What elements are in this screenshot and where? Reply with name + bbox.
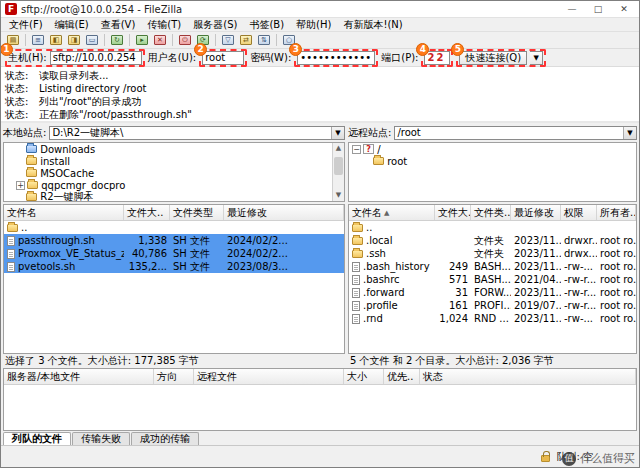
tab-failed-transfers[interactable]: 传输失败 [72,432,130,445]
column-header-type[interactable]: 文件类型 [170,205,224,220]
file-row-selected[interactable]: Proxmox_VE_Status_zh.sh 40,786 SH 文件 202… [4,247,344,260]
local-site-combo[interactable]: D:\R2一键脚本\ ▼ [49,126,345,140]
chevron-down-icon[interactable]: ▼ [331,127,344,139]
file-row-parent[interactable]: .. [4,221,344,234]
annotation-badge-2: 2 [194,43,207,56]
process-queue-icon[interactable]: ▸ [133,33,151,48]
cancel-icon[interactable]: ✕ [151,33,169,48]
menu-bookmarks[interactable]: 书签(B) [243,18,290,32]
menu-edit[interactable]: 编辑(E) [49,18,95,32]
remote-site-label: 远程站点: [348,126,391,140]
tree-item-msocache[interactable]: MSOCache [4,167,344,179]
disconnect-icon[interactable]: ⏻ [176,33,194,48]
column-header-size[interactable]: 文件大.. [124,205,170,220]
column-header-permissions[interactable]: 权限 [561,205,597,220]
file-row[interactable]: .forward 31 FORW... 2023/11... -rw-r... … [349,286,636,299]
tab-queued-files[interactable]: 列队的文件 [3,432,71,445]
file-row[interactable]: .bashrc 571 BASH... 2021/04... -rw-r... … [349,273,636,286]
directory-comparison-icon[interactable]: ⇄ [237,33,255,48]
local-list-header: 文件名 文件大.. 文件类型 最近修改 [4,205,344,221]
file-row[interactable]: .ssh 文件夹 2023/11... drwx... root ro... [349,247,636,260]
file-row[interactable]: .bash_history 249 BASH... 2023/11... -rw… [349,260,636,273]
toggle-transfer-queue-icon[interactable]: ▭ [83,33,101,48]
file-icon [7,262,15,272]
menu-file[interactable]: 文件(F) [3,18,49,32]
username-label: 用户名(U): [148,51,197,65]
scroll-up-icon[interactable]: ▲ [333,143,344,154]
remote-site-combo[interactable]: /root ▼ [394,126,637,140]
close-button[interactable]: ✕ [611,2,637,17]
maximize-button[interactable]: □ [585,2,611,17]
column-header-owner[interactable]: 所有者... [597,205,636,220]
file-name: .. [366,222,372,233]
file-type [471,221,511,234]
lock-icon[interactable] [541,455,550,462]
quickconnect-dropdown-icon[interactable]: ▼ [530,51,543,65]
queue-body [4,385,636,430]
file-modified: 2023/11... [511,234,561,247]
scrollbar-thumb[interactable] [334,157,343,175]
menu-view[interactable]: 查看(V) [95,18,142,32]
toolbar-separator [129,34,130,46]
port-input[interactable]: 22 [424,51,450,65]
queue-column-priority[interactable]: 优先.. [384,369,420,384]
menu-transfer[interactable]: 传输(T) [141,18,187,32]
remote-list-header: 文件名▲ 文件大... 文件类... 最近修改 权限 所有者... [349,205,636,221]
file-row[interactable]: .rnd 1,024 RND ... 2023/11... -rw-... ro… [349,312,636,325]
queue-column-status[interactable]: 状态 [420,369,636,384]
toggle-remote-tree-icon[interactable]: ◨ [65,33,83,48]
tree-item-root[interactable]: root [349,155,636,167]
username-input[interactable]: root [202,51,244,65]
queue-column-remote-file[interactable]: 远程文件 [194,369,344,384]
log-line: 状态: 正在删除"/root/passthrough.sh" [5,108,635,121]
column-header-modified[interactable]: 最近修改 [224,205,344,220]
file-row-parent[interactable]: .. [349,221,636,234]
column-label: 文件名 [352,206,382,220]
refresh-icon[interactable]: ↻ [108,33,126,48]
host-input[interactable]: sftp://10.0.0.254 [50,51,142,65]
filter-icon[interactable]: ▽ [219,33,237,48]
file-row-selected[interactable]: pvetools.sh 135,2... SH 文件 2023/08/3... [4,260,344,273]
menu-help[interactable]: 帮助(H) [290,18,337,32]
password-input[interactable]: •••••••••••• [297,51,375,65]
log-message: 列出"/root"的目录成功 [39,95,142,108]
queue-column-size[interactable]: 大小 [344,369,384,384]
file-type: BASH... [471,260,511,273]
tree-item-r2-script[interactable]: R2一键脚本 [4,191,344,202]
synchronized-browsing-icon[interactable]: ⇅ [255,33,273,48]
tab-successful-transfers[interactable]: 成功的传输 [131,432,199,445]
toggle-local-tree-icon[interactable]: ◧ [47,33,65,48]
toggle-message-log-icon[interactable]: ≡ [29,33,47,48]
local-pane: 本地站点: D:\R2一键脚本\ ▼ Downloads install MSO… [3,125,345,368]
column-header-name[interactable]: 文件名▲ [349,205,435,220]
tree-item-root-slash[interactable]: − ? / [349,143,636,155]
minimize-button[interactable]: — [559,2,585,17]
column-header-size[interactable]: 文件大... [435,205,471,220]
local-tree-scrollbar[interactable]: ▲ ▼ [332,143,344,201]
folder-icon [26,157,37,165]
file-icon [7,236,15,246]
column-header-type[interactable]: 文件类... [471,205,511,220]
scroll-down-icon[interactable]: ▼ [333,190,344,201]
file-size [435,247,471,260]
file-permissions: -rw-r... [561,273,597,286]
file-row[interactable]: .local 文件夹 2023/11... drwxr... root ro..… [349,234,636,247]
quickconnect-button[interactable]: 快速连接(Q) [459,51,527,65]
menu-new-version[interactable]: 有新版本!(N) [337,18,408,32]
expander-minus-icon[interactable]: − [352,145,361,154]
expander-plus-icon[interactable]: + [16,181,25,190]
tree-item-install[interactable]: install [4,155,344,167]
file-row[interactable]: .profile 161 PROFI... 2019/07... -rw-r..… [349,299,636,312]
chevron-down-icon[interactable]: ▼ [623,127,636,139]
tree-item-label: / [377,144,380,155]
column-header-name[interactable]: 文件名 [4,205,124,220]
menu-server[interactable]: 服务器(S) [187,18,243,32]
queue-column-direction[interactable]: 方向 [154,369,194,384]
status-bar: 队列: 空 [1,445,639,467]
file-row-selected[interactable]: passthrough.sh 1,338 SH 文件 2024/02/2... [4,234,344,247]
column-header-modified[interactable]: 最近修改 [511,205,561,220]
queue-column-server-local[interactable]: 服务器/本地文件 [4,369,154,384]
tree-item-downloads[interactable]: Downloads [4,143,344,155]
filezilla-window: F sftp://root@10.0.0.254 - FileZilla — □… [0,0,640,468]
toolbar: ▤ ≡ ◧ ◨ ▭ ↻ ▸ ✕ ⏻ ⟳ ▽ ⇄ ⇅ ○ [1,32,639,49]
